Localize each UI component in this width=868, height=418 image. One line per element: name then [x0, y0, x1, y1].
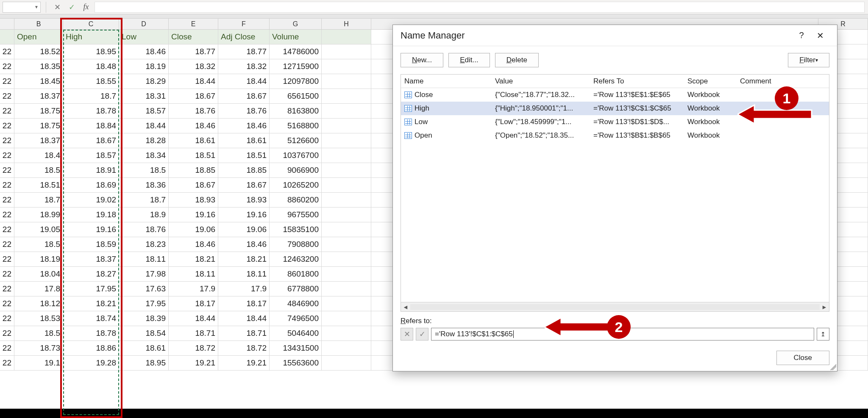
col-comment[interactable]: Comment	[737, 75, 813, 88]
cell[interactable]: 18.75	[14, 119, 63, 133]
cell[interactable]: 9066900	[270, 163, 322, 177]
cell[interactable]	[322, 59, 371, 74]
col-header-c[interactable]: C	[63, 19, 119, 29]
cell[interactable]: 18.76	[119, 222, 169, 237]
cell[interactable]: 18.95	[63, 44, 119, 59]
cell[interactable]: 19.16	[63, 222, 119, 237]
cell[interactable]: 18.72	[169, 341, 218, 355]
cell[interactable]: 18.78	[63, 326, 119, 340]
cell[interactable]: 18.9	[119, 208, 169, 222]
cell[interactable]: 10265200	[270, 178, 322, 192]
header-low[interactable]: Low	[119, 30, 169, 44]
cell[interactable]: 18.7	[14, 193, 63, 207]
cell[interactable]: 18.11	[218, 267, 270, 281]
cell[interactable]: 22	[0, 237, 14, 252]
header-high[interactable]: High	[63, 30, 119, 44]
cell[interactable]	[322, 296, 371, 311]
cell[interactable]	[322, 104, 371, 118]
cell[interactable]: 18.61	[218, 133, 270, 148]
cell[interactable]: 18.5	[119, 163, 169, 177]
names-row[interactable]: Close{"Close";"18.77";"18.32...='Row 113…	[401, 88, 829, 102]
cell[interactable]: 22	[0, 222, 14, 237]
header-open[interactable]: Open	[14, 30, 63, 44]
cell[interactable]: 18.99	[14, 208, 63, 222]
scroll-left-icon[interactable]: ◄	[401, 304, 410, 310]
header-close[interactable]: Close	[169, 30, 218, 44]
cell[interactable]: 7908800	[270, 237, 322, 252]
col-header-g[interactable]: G	[270, 19, 322, 29]
col-scope[interactable]: Scope	[684, 75, 737, 88]
cell[interactable]: 4846900	[270, 296, 322, 311]
cell[interactable]: 5046400	[270, 326, 322, 340]
cell[interactable]: 18.86	[63, 341, 119, 355]
cell[interactable]: 19.06	[169, 222, 218, 237]
cell[interactable]: 18.77	[169, 44, 218, 59]
close-icon[interactable]: ✕	[811, 28, 829, 43]
col-header-d[interactable]: D	[119, 19, 169, 29]
cell[interactable]: 18.52	[14, 44, 63, 59]
fx-icon[interactable]: fx	[80, 2, 92, 13]
cell[interactable]: 18.67	[63, 133, 119, 148]
dialog-titlebar[interactable]: Name Manager ? ✕	[393, 25, 837, 46]
accept-refers-icon[interactable]: ✓	[416, 328, 428, 340]
cell[interactable]: 18.32	[218, 59, 270, 74]
cell[interactable]: 22	[0, 326, 14, 340]
cell[interactable]: 18.27	[63, 267, 119, 281]
cancel-refers-icon[interactable]: ✕	[401, 328, 413, 340]
cell[interactable]: 18.67	[169, 178, 218, 192]
header-volume[interactable]: Volume	[270, 30, 322, 44]
cell[interactable]: 22	[0, 163, 14, 177]
col-header-e[interactable]: E	[169, 19, 218, 29]
names-row[interactable]: Low{"Low";"18.459999";"1...='Row 113'!$D…	[401, 115, 829, 129]
edit-button[interactable]: Edit...	[448, 53, 490, 67]
cell[interactable]: 18.53	[14, 311, 63, 326]
cell[interactable]: 18.85	[169, 163, 218, 177]
cell[interactable]: 18.12	[14, 296, 63, 311]
cell[interactable]: 22	[0, 133, 14, 148]
cell[interactable]: 17.95	[119, 296, 169, 311]
cell[interactable]: 12463200	[270, 252, 322, 266]
cell[interactable]: 18.51	[169, 148, 218, 163]
cell[interactable]	[322, 237, 371, 252]
cell[interactable]: 18.32	[169, 59, 218, 74]
cell[interactable]: 18.45	[14, 74, 63, 89]
chevron-down-icon[interactable]: ▼	[34, 5, 39, 9]
cell[interactable]: 18.46	[218, 237, 270, 252]
cell[interactable]: 6561500	[270, 89, 322, 103]
cell[interactable]: 19.21	[218, 356, 270, 370]
cell[interactable]: 8601800	[270, 267, 322, 281]
cell[interactable]: 18.44	[169, 311, 218, 326]
cell[interactable]: 18.11	[169, 267, 218, 281]
cell[interactable]: 18.19	[14, 252, 63, 266]
cell[interactable]	[322, 267, 371, 281]
name-cell[interactable]: High	[401, 102, 492, 115]
new-button[interactable]: New...	[401, 53, 443, 67]
cell[interactable]: 8163800	[270, 104, 322, 118]
cell[interactable]: 22	[0, 208, 14, 222]
cell[interactable]	[322, 252, 371, 266]
cell[interactable]: 18.73	[14, 341, 63, 355]
cell[interactable]: 19.21	[169, 356, 218, 370]
cell[interactable]: 17.8	[14, 282, 63, 296]
cell[interactable]: 22	[0, 119, 14, 133]
cell[interactable]: 18.44	[119, 119, 169, 133]
cell[interactable]: 17.9	[218, 282, 270, 296]
cell[interactable]: 22	[0, 178, 14, 192]
cell[interactable]: 18.71	[218, 326, 270, 340]
cell[interactable]: 18.44	[169, 74, 218, 89]
cell[interactable]: 18.93	[218, 193, 270, 207]
cell[interactable]: 18.59	[63, 237, 119, 252]
cell[interactable]: 18.74	[63, 311, 119, 326]
cell[interactable]: 18.48	[63, 59, 119, 74]
cell[interactable]: 18.39	[119, 311, 169, 326]
cell[interactable]: 8860200	[270, 193, 322, 207]
cell[interactable]: 18.57	[63, 148, 119, 163]
resize-grip-icon[interactable]	[830, 364, 836, 370]
cell[interactable]: 18.71	[169, 326, 218, 340]
col-name[interactable]: Name	[401, 75, 492, 88]
cell[interactable]: 18.36	[119, 178, 169, 192]
cell[interactable]	[322, 222, 371, 237]
cell[interactable]: 18.17	[218, 296, 270, 311]
cell[interactable]: 18.78	[63, 104, 119, 118]
cell[interactable]: 6778800	[270, 282, 322, 296]
